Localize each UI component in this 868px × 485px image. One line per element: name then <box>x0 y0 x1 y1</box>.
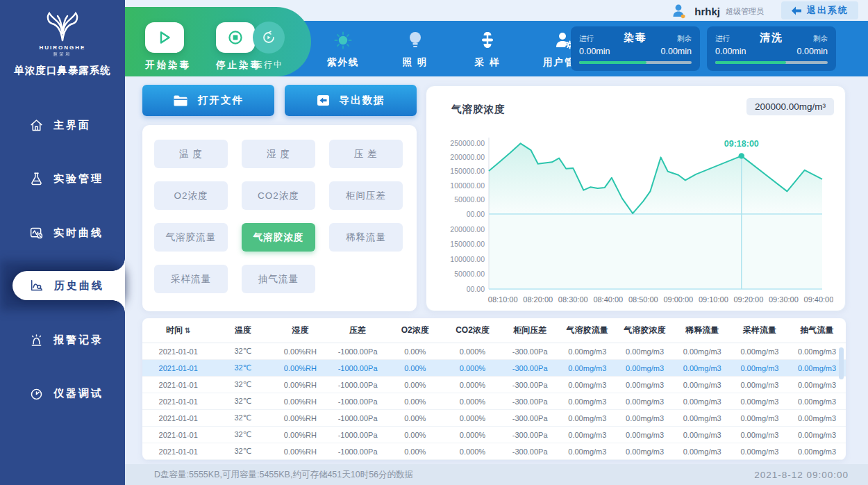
sidebar: HUIRONGHE 慧荣和 单浓度口鼻暴露系统 主界面 实验管理 实时曲线 <box>0 0 125 485</box>
table-cell: -300.00Pa <box>501 447 559 456</box>
param-button[interactable]: O2浓度 <box>154 181 228 210</box>
user-name: hrhkj <box>694 6 720 17</box>
svg-text:08:40:00: 08:40:00 <box>593 295 623 304</box>
system-title: 单浓度口鼻暴露系统 <box>0 64 125 77</box>
param-button[interactable]: 湿 度 <box>242 140 315 168</box>
table-header-row: 时间⇅温度湿度压差O2浓度CO2浓度柜间压差气溶胶流量气溶胶浓度稀释流量采样流量… <box>142 318 846 343</box>
table-cell: 0.00mg/m3 <box>559 347 617 356</box>
svg-text:150000.00: 150000.00 <box>450 167 485 175</box>
sidebar-item-realtime-curve[interactable]: 实时曲线 <box>0 216 125 249</box>
sidebar-item-alarm-records[interactable]: 报警记录 <box>0 323 125 356</box>
table-row[interactable]: 2021-01-0132℃0.00%RH-1000.00Pa0.00%0.000… <box>142 410 846 427</box>
user-chip[interactable]: hrhkj 超级管理员 <box>671 2 764 20</box>
stop-exposure-button[interactable]: 停止染毒 <box>216 22 255 72</box>
table-cell: 0.00mg/m3 <box>616 364 674 372</box>
param-button[interactable]: 稀释流量 <box>329 223 403 252</box>
column-header: O2浓度 <box>386 324 444 336</box>
table-row[interactable]: 2021-01-0132℃0.00%RH-1000.00Pa0.00%0.000… <box>142 443 846 460</box>
svg-text:09:10:00: 09:10:00 <box>699 295 728 304</box>
param-button[interactable]: 柜间压差 <box>329 181 403 210</box>
table-cell: 0.000% <box>444 447 501 456</box>
table-cell: 0.00mg/m3 <box>559 381 617 389</box>
progress-fill <box>579 61 646 64</box>
table-cell: 32℃ <box>214 380 272 389</box>
table-cell: 0.00mg/m3 <box>788 447 846 456</box>
lighting-toggle-button[interactable]: 照 明 <box>388 28 442 69</box>
open-file-button[interactable]: 打开文件 <box>142 85 274 116</box>
table-cell: 0.00% <box>386 364 444 372</box>
sampling-toggle-button[interactable]: 采 样 <box>460 28 515 69</box>
table-cell: 0.00mg/m3 <box>559 414 617 422</box>
table-cell: 0.00mg/m3 <box>788 364 846 372</box>
table-cell: -1000.00Pa <box>329 347 387 356</box>
param-button[interactable]: 抽气流量 <box>242 265 315 293</box>
svg-text:100000.00: 100000.00 <box>450 255 485 263</box>
progress-fill <box>715 61 786 64</box>
export-data-button[interactable]: 导出数据 <box>285 85 417 116</box>
exposure-status-panel: 进行 染毒 剩余 0.00min 0.00min <box>571 26 700 71</box>
table-cell: 0.00% <box>386 431 444 439</box>
param-button[interactable]: 气溶胶流量 <box>154 223 228 252</box>
table-cell: 0.000% <box>444 347 501 356</box>
table-cell: 32℃ <box>214 347 272 356</box>
progress-value: 0.00min <box>715 47 746 56</box>
table-cell: 0.00mg/m3 <box>731 447 789 456</box>
table-row[interactable]: 2021-01-0132℃0.00%RH-1000.00Pa0.00%0.000… <box>142 427 846 443</box>
table-cell: 32℃ <box>214 430 272 439</box>
realtime-curve-icon <box>29 226 44 240</box>
column-header: 抽气流量 <box>788 324 846 336</box>
uv-toggle-button[interactable]: 紫外线 <box>316 28 370 69</box>
logout-button[interactable]: 退出系统 <box>781 1 858 19</box>
table-row[interactable]: 2021-01-0132℃0.00%RH-1000.00Pa0.00%0.000… <box>142 343 846 360</box>
cleaning-status-panel: 进行 清洗 剩余 0.00min 0.00min <box>707 26 836 71</box>
svg-text:09:30:00: 09:30:00 <box>769 295 799 304</box>
param-button[interactable]: 压 差 <box>329 140 403 168</box>
sort-icon[interactable]: ⇅ <box>185 327 190 334</box>
light-bulb-icon <box>406 30 425 51</box>
svg-text:250000.00: 250000.00 <box>450 139 485 147</box>
sidebar-item-instrument-debug[interactable]: 仪器调试 <box>0 377 125 410</box>
table-cell: 2021-01-01 <box>142 414 214 422</box>
sidebar-item-history-curve[interactable]: 历史曲线 <box>0 269 125 302</box>
table-cell: -300.00Pa <box>501 381 559 389</box>
uv-toggle-label: 紫外线 <box>316 56 370 69</box>
param-button[interactable]: CO2浓度 <box>242 181 315 210</box>
table-cell: -300.00Pa <box>501 431 559 439</box>
running-status-indicator: 运行中 <box>251 22 286 71</box>
uv-sun-icon <box>332 29 354 51</box>
param-button[interactable]: 温 度 <box>154 140 228 168</box>
svg-text:100000.00: 100000.00 <box>450 181 485 190</box>
table-row[interactable]: 2021-01-0132℃0.00%RH-1000.00Pa0.00%0.000… <box>142 377 846 393</box>
column-header[interactable]: 时间⇅ <box>142 324 214 336</box>
table-scrollbar[interactable] <box>839 347 844 456</box>
open-file-label: 打开文件 <box>198 94 244 107</box>
table-cell: 0.00mg/m3 <box>674 347 731 356</box>
start-exposure-button[interactable]: 开始染毒 <box>145 22 184 72</box>
table-cell: 0.00mg/m3 <box>788 414 846 422</box>
chart-title: 气溶胶浓度 <box>451 103 506 116</box>
sidebar-item-label: 仪器调试 <box>53 387 103 400</box>
sidebar-item-main[interactable]: 主界面 <box>0 108 125 142</box>
toggle-bar: 紫外线 照 明 采 样 <box>316 21 596 76</box>
table-row[interactable]: 2021-01-0132℃0.00%RH-1000.00Pa0.00%0.000… <box>142 360 846 377</box>
param-button[interactable]: 采样流量 <box>154 265 228 293</box>
history-line-chart[interactable]: 250000.00200000.00150000.00100000.005000… <box>439 118 833 307</box>
scrollbar-thumb[interactable] <box>839 347 844 379</box>
table-cell: 0.00% <box>386 347 444 356</box>
bottom-status-bar: D盘容量:5555KB,可用容量:5455KB,约可存储451天10时56分的数… <box>125 464 868 485</box>
sidebar-item-label: 实时曲线 <box>53 227 103 240</box>
parameter-panel: 温 度湿 度压 差O2浓度CO2浓度柜间压差气溶胶流量气溶胶浓度稀释流量采样流量… <box>142 125 417 311</box>
running-status-label: 运行中 <box>251 59 286 71</box>
sidebar-item-experiment[interactable]: 实验管理 <box>0 162 125 195</box>
concave-corner-top <box>112 258 125 271</box>
svg-text:00.00: 00.00 <box>467 285 485 293</box>
table-cell: 0.00%RH <box>272 414 329 422</box>
table-row[interactable]: 2021-01-0132℃0.00%RH-1000.00Pa0.00%0.000… <box>142 393 846 410</box>
column-header: 气溶胶浓度 <box>616 324 674 336</box>
system-datetime: 2021-8-12 09:00:00 <box>754 470 849 480</box>
table-cell: 32℃ <box>214 397 272 406</box>
folder-icon <box>173 94 188 107</box>
table-cell: 0.00mg/m3 <box>674 431 731 439</box>
param-button[interactable]: 气溶胶浓度 <box>242 223 315 252</box>
sidebar-item-label: 实验管理 <box>53 172 103 186</box>
